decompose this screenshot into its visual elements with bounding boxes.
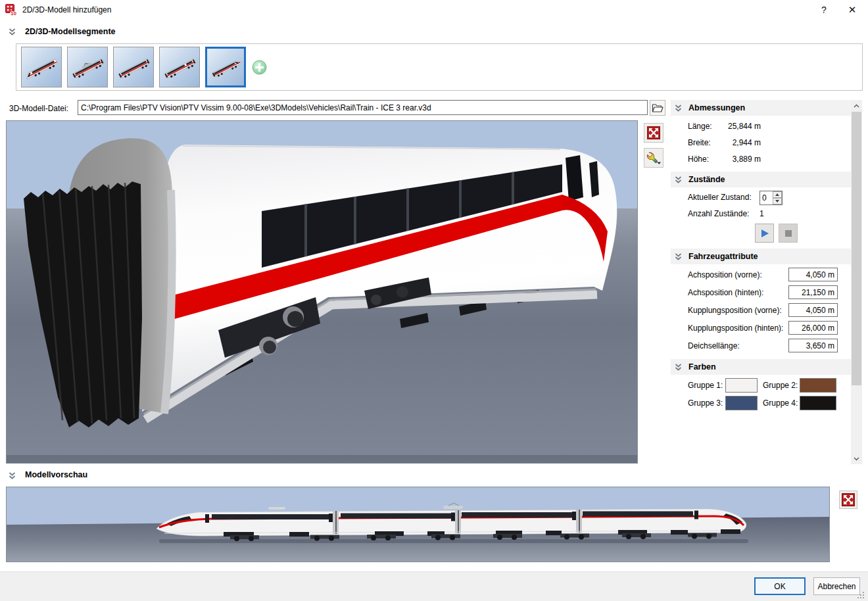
close-button[interactable]: ✕ [841,0,863,20]
axle-front-label: Achsposition (vorne): [688,270,762,279]
scrollbar-thumb[interactable] [852,112,861,385]
segments-section-title: 2D/3D-Modellsegmente [25,27,116,36]
browse-file-button[interactable] [650,100,665,116]
train-car-3d-render [7,121,637,463]
dialog-footer: OK Abbrechen [0,571,868,601]
states-section-header[interactable]: Zustände [671,172,851,187]
drawbar-length-label: Deichsellänge: [688,341,740,350]
axle-front-input[interactable] [788,268,838,281]
vissim-app-icon: 10 [5,4,17,16]
state-count-label: Anzahl Zustände: [688,209,749,218]
spinner-down-button[interactable] [773,198,782,204]
wrench-icon [646,151,662,165]
add-segment-button[interactable] [252,60,267,75]
model-3d-viewport[interactable] [6,120,638,464]
drawbar-length-input[interactable] [788,339,838,352]
axle-rear-label: Achsposition (hinten): [688,288,763,297]
color-group-4-label: Gruppe 4: [763,398,798,408]
scroll-up-icon [854,104,859,108]
color-group-2-label: Gruppe 2: [763,381,798,390]
coupling-front-label: Kupplungsposition (vorne): [688,306,782,315]
rear-car-image [207,49,244,85]
collapse-chevron-icon [674,176,683,184]
color-group-4-swatch[interactable] [800,396,836,410]
axle-rear-input[interactable] [788,285,838,299]
model-file-path-input[interactable] [78,100,648,115]
vehicle-attributes-title: Fahrzeugattribute [688,252,758,261]
head-car-image [22,47,61,87]
full-train-preview-render [7,487,829,562]
ok-button[interactable]: OK [754,577,806,595]
zoom-to-fit-button[interactable] [644,123,663,143]
up-arrow-icon [775,193,779,196]
title-bar: 10 2D/3D-Modell hinzufügen ? ✕ [0,0,868,20]
scroll-down-icon [854,457,859,461]
segment-thumbnail-strip [16,43,863,91]
state-count-value: 1 [760,209,773,218]
coupling-rear-input[interactable] [788,321,838,335]
collapse-chevron-icon [674,363,683,372]
help-button[interactable]: ? [813,0,835,20]
colors-section-header[interactable]: Farben [671,359,851,375]
height-value: 3,889 m [708,155,761,164]
current-state-spinner [760,191,783,205]
collapse-chevron-icon [674,252,683,261]
scrollbar-up-button[interactable] [851,100,862,111]
color-group-1-swatch[interactable] [725,378,758,393]
dimensions-title: Abmessungen [688,103,745,112]
states-title: Zustände [688,175,725,184]
panel-scrollbar[interactable] [851,100,862,464]
svg-text:10: 10 [11,11,16,16]
coupling-rear-label: Kupplungsposition (hinten): [688,324,783,333]
current-state-input[interactable] [760,191,773,204]
segment-thumbnail-mid-car-pantograph[interactable] [67,47,108,87]
scrollbar-down-button[interactable] [851,453,862,464]
resize-grip[interactable] [857,592,865,599]
play-animation-button[interactable] [755,224,774,243]
collapse-chevron-icon[interactable] [8,471,16,480]
color-group-3-swatch[interactable] [725,396,758,410]
play-icon [760,228,770,239]
preview-section-title: Modellvorschau [25,470,87,479]
display-options-button[interactable] [644,148,663,168]
segment-thumbnail-rear-car[interactable] [205,47,246,87]
stop-icon [783,228,794,239]
add-2d3d-model-dialog: 10 2D/3D-Modell hinzufügen ? ✕ 2D/3D-Mod… [0,0,868,601]
coupling-front-input[interactable] [788,303,838,317]
window-title: 2D/3D-Modell hinzufügen [22,5,111,14]
width-label: Breite: [688,138,711,147]
preview-zoom-to-fit-button[interactable] [839,491,857,509]
length-value: 25,844 m [708,122,761,131]
plus-icon [252,60,267,75]
collapse-chevron-icon[interactable] [8,28,16,36]
colors-title: Farben [688,362,716,372]
color-group-2-swatch[interactable] [800,378,836,393]
mid-car-image [114,47,153,87]
color-group-1-label: Gruppe 1: [688,381,723,390]
cancel-button[interactable]: Abbrechen [813,577,860,595]
color-group-3-label: Gruppe 3: [688,398,723,408]
down-arrow-icon [775,200,779,203]
segment-thumbnail-mid-car[interactable] [113,47,154,87]
collapse-chevron-icon [674,104,683,112]
open-folder-icon [652,103,663,113]
fit-view-arrows-icon [647,126,660,139]
segment-thumbnail-head-car[interactable] [21,47,62,87]
width-value: 2,944 m [708,138,761,147]
current-state-label: Aktueller Zustand: [688,193,752,202]
spinner-up-button[interactable] [773,191,782,198]
model-preview-viewport[interactable] [6,487,830,562]
model-file-label: 3D-Modell-Datei: [9,104,68,113]
attributes-panel: Abmessungen Länge: 25,844 m Breite: 2,94… [671,100,851,464]
mid-car-pantograph-image [68,47,107,87]
dimensions-section-header[interactable]: Abmessungen [671,100,851,116]
vehicle-attributes-section-header[interactable]: Fahrzeugattribute [671,249,851,264]
stop-animation-button[interactable] [779,224,798,243]
segment-thumbnail-mid-car[interactable] [159,47,200,87]
height-label: Höhe: [688,155,709,164]
fit-view-arrows-icon [842,493,855,506]
mid-car-image [160,47,199,87]
